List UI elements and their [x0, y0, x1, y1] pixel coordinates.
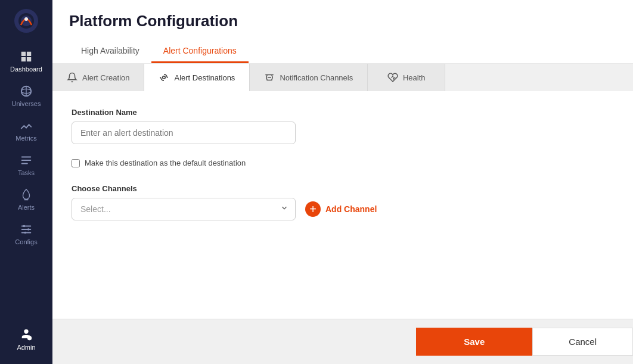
sub-tab-notification-channels[interactable]: Notification Channels	[250, 64, 368, 91]
sidebar-item-alerts[interactable]: Alerts	[0, 182, 52, 217]
cancel-button[interactable]: Cancel	[532, 328, 633, 356]
sidebar-item-dashboard[interactable]: Dashboard	[0, 44, 52, 79]
tab-alert-configurations[interactable]: Alert Configurations	[151, 40, 249, 63]
logo[interactable]	[13, 7, 40, 37]
top-tabs: High Availability Alert Configurations	[69, 40, 616, 63]
choose-channels-label: Choose Channels	[72, 184, 614, 193]
sub-tab-health[interactable]: Health	[368, 64, 445, 91]
svg-point-11	[23, 225, 26, 228]
sub-tab-alert-creation-label: Alert Creation	[82, 73, 129, 82]
sidebar-item-admin[interactable]: Admin	[0, 322, 52, 357]
sidebar-item-universes-label: Universes	[12, 100, 41, 107]
content-area: Alert Creation Alert Destinations Notifi…	[52, 64, 633, 364]
sub-tab-health-label: Health	[403, 73, 426, 82]
svg-rect-10	[21, 163, 28, 164]
notification-channels-icon	[264, 72, 275, 83]
sidebar-item-configs-label: Configs	[15, 238, 37, 245]
sidebar-item-admin-label: Admin	[17, 344, 35, 351]
sidebar: Dashboard Universes Metrics Tasks Alerts	[0, 0, 52, 364]
svg-rect-9	[21, 160, 32, 161]
destination-name-label: Destination Name	[72, 108, 614, 117]
sidebar-item-alerts-label: Alerts	[18, 204, 35, 211]
footer: Save Cancel	[52, 319, 633, 364]
sidebar-item-tasks-label: Tasks	[18, 169, 35, 176]
channels-select-wrapper: Select...	[72, 198, 296, 220]
svg-rect-8	[21, 157, 32, 158]
alert-destinations-icon	[159, 72, 169, 83]
sidebar-item-configs[interactable]: Configs	[0, 217, 52, 251]
sub-tabs: Alert Creation Alert Destinations Notifi…	[52, 64, 633, 91]
destination-name-group: Destination Name	[72, 108, 614, 144]
tasks-icon	[20, 154, 33, 167]
destination-name-input[interactable]	[72, 122, 296, 144]
default-destination-label[interactable]: Make this destination as the default des…	[85, 158, 246, 167]
alerts-icon	[20, 188, 33, 201]
sidebar-item-metrics-label: Metrics	[15, 135, 36, 142]
sub-tab-alert-destinations-label: Alert Destinations	[174, 73, 235, 82]
configs-icon	[20, 223, 33, 236]
svg-point-12	[27, 228, 30, 231]
sidebar-item-tasks[interactable]: Tasks	[0, 148, 52, 182]
sidebar-item-universes[interactable]: Universes	[0, 79, 52, 113]
page-title: Platform Configuration	[69, 12, 616, 30]
sub-tab-notification-channels-label: Notification Channels	[280, 73, 353, 82]
channels-select[interactable]: Select...	[72, 198, 296, 220]
sidebar-item-dashboard-label: Dashboard	[10, 66, 42, 73]
universes-icon	[20, 85, 33, 98]
choose-channels-section: Choose Channels Select... +	[72, 184, 614, 220]
default-destination-row: Make this destination as the default des…	[72, 158, 614, 167]
bell-icon	[67, 72, 77, 83]
sub-tab-alert-creation[interactable]: Alert Creation	[52, 64, 144, 91]
main-content: Platform Configuration High Availability…	[52, 0, 633, 364]
svg-point-13	[24, 232, 26, 234]
add-channel-icon: +	[305, 201, 321, 217]
dashboard-icon	[20, 50, 33, 63]
form-area: Destination Name Make this destination a…	[52, 91, 633, 319]
default-destination-checkbox[interactable]	[72, 159, 80, 167]
add-channel-button[interactable]: + Add Channel	[305, 201, 377, 217]
header: Platform Configuration High Availability…	[52, 0, 633, 64]
channels-row: Select... + Add Channel	[72, 198, 614, 220]
add-channel-label: Add Channel	[325, 204, 377, 214]
sub-tab-alert-destinations[interactable]: Alert Destinations	[144, 64, 250, 91]
svg-point-15	[163, 76, 166, 79]
svg-point-4	[24, 17, 28, 21]
sidebar-item-metrics[interactable]: Metrics	[0, 113, 52, 148]
health-icon	[387, 72, 398, 83]
metrics-icon	[20, 119, 33, 132]
tab-high-availability[interactable]: High Availability	[69, 40, 151, 63]
admin-icon	[20, 328, 33, 341]
save-button[interactable]: Save	[416, 328, 532, 356]
